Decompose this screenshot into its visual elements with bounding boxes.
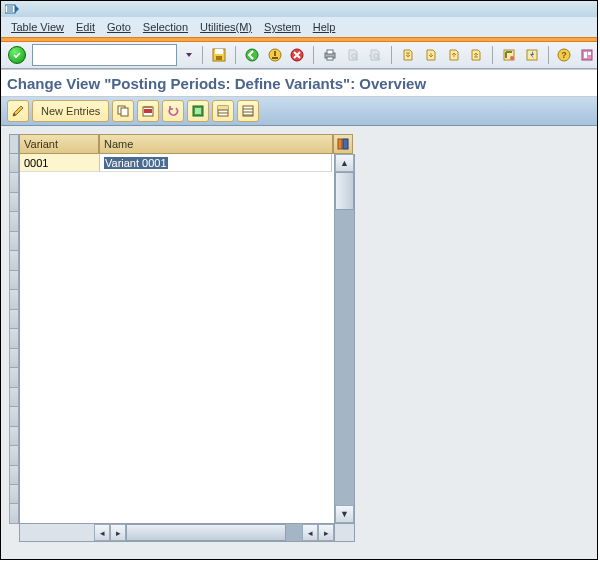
column-header-variant[interactable]: Variant: [19, 134, 99, 154]
new-entries-button[interactable]: New Entries: [32, 100, 109, 122]
sap-session-icon: [5, 3, 19, 15]
enter-button[interactable]: [7, 44, 27, 66]
table-data-area[interactable]: 0001 Variant 0001: [19, 154, 335, 524]
vertical-scrollbar[interactable]: ▲ ▼: [335, 154, 355, 524]
scroll-thumb[interactable]: [335, 172, 354, 210]
svg-rect-31: [195, 108, 201, 114]
svg-rect-41: [343, 139, 348, 149]
find-button[interactable]: [343, 44, 363, 66]
hscroll-track[interactable]: [126, 524, 302, 541]
row-selector[interactable]: [9, 154, 19, 173]
command-field[interactable]: [32, 44, 177, 66]
main-content-area: Variant Name: [1, 126, 597, 559]
svg-point-18: [510, 56, 514, 60]
help-button[interactable]: ?: [555, 44, 575, 66]
menu-help[interactable]: Help: [313, 21, 336, 33]
scroll-right-button[interactable]: ◂: [302, 524, 318, 541]
svg-rect-28: [144, 109, 152, 113]
customize-layout-button[interactable]: [577, 44, 597, 66]
row-selector[interactable]: [9, 407, 19, 426]
first-page-button[interactable]: [398, 44, 418, 66]
row-selector[interactable]: [9, 290, 19, 309]
change-button[interactable]: [7, 100, 29, 122]
row-selector[interactable]: [9, 427, 19, 446]
cell-variant[interactable]: 0001: [20, 154, 100, 172]
table-body: 0001 Variant 0001 ▲ ▼: [9, 154, 355, 524]
main-toolbar: ?: [1, 42, 597, 69]
screen-title: Change View "Posting Periods: Define Var…: [1, 69, 597, 97]
table-corner[interactable]: [9, 134, 19, 154]
row-selector[interactable]: [9, 349, 19, 368]
menu-system[interactable]: System: [264, 21, 301, 33]
menu-edit[interactable]: Edit: [76, 21, 95, 33]
last-page-button[interactable]: [466, 44, 486, 66]
row-selector[interactable]: [9, 251, 19, 270]
horizontal-scrollbar[interactable]: ◂ ▸ ◂ ▸: [9, 524, 355, 542]
back-button[interactable]: [242, 44, 262, 66]
app-toolbar: New Entries: [1, 97, 597, 126]
scroll-last-button[interactable]: ▸: [318, 524, 334, 541]
generate-shortcut-button[interactable]: [522, 44, 542, 66]
row-selector[interactable]: [9, 271, 19, 290]
row-selector[interactable]: [9, 368, 19, 387]
svg-rect-12: [327, 57, 333, 60]
svg-rect-26: [121, 108, 128, 116]
scroll-left-button[interactable]: ▸: [110, 524, 126, 541]
scroll-track[interactable]: [335, 172, 354, 505]
hscroll-thumb[interactable]: [126, 524, 286, 541]
find-next-button[interactable]: [366, 44, 386, 66]
row-selector[interactable]: [9, 485, 19, 504]
scroll-up-button[interactable]: ▲: [335, 154, 354, 172]
menu-utilities[interactable]: Utilities(M): [200, 21, 252, 33]
svg-rect-33: [218, 106, 228, 110]
prev-page-button[interactable]: [421, 44, 441, 66]
select-all-button[interactable]: [187, 100, 209, 122]
row-selector[interactable]: [9, 329, 19, 348]
menu-bar: Table View Edit Goto Selection Utilities…: [1, 17, 597, 37]
row-selector[interactable]: [9, 310, 19, 329]
table-row[interactable]: 0001 Variant 0001: [20, 154, 334, 172]
command-field-dropdown[interactable]: [182, 44, 196, 66]
row-selector-column: [9, 154, 19, 524]
cancel-button[interactable]: [287, 44, 307, 66]
variants-table: Variant Name: [9, 134, 355, 542]
svg-rect-11: [327, 50, 333, 54]
undo-change-button[interactable]: [162, 100, 184, 122]
next-page-button[interactable]: [444, 44, 464, 66]
save-button[interactable]: [209, 44, 229, 66]
copy-as-button[interactable]: [112, 100, 134, 122]
print-button[interactable]: [320, 44, 340, 66]
svg-rect-5: [215, 49, 223, 54]
scroll-corner: [335, 524, 355, 542]
delete-button[interactable]: [137, 100, 159, 122]
window-titlebar: [1, 1, 597, 17]
scroll-first-button[interactable]: ◂: [94, 524, 110, 541]
cell-name-text: Variant 0001: [104, 157, 168, 169]
exit-button[interactable]: [265, 44, 285, 66]
table-configure-button[interactable]: [333, 134, 353, 154]
row-selector[interactable]: [9, 504, 19, 523]
row-selector[interactable]: [9, 193, 19, 212]
column-header-name[interactable]: Name: [99, 134, 333, 154]
menu-table-view[interactable]: Table View: [11, 21, 64, 33]
row-selector[interactable]: [9, 388, 19, 407]
row-selector[interactable]: [9, 466, 19, 485]
svg-text:?: ?: [562, 50, 568, 60]
row-selector[interactable]: [9, 212, 19, 231]
cell-name[interactable]: Variant 0001: [100, 154, 332, 172]
svg-rect-6: [216, 56, 222, 60]
create-session-button[interactable]: [499, 44, 519, 66]
row-selector[interactable]: [9, 232, 19, 251]
deselect-all-button[interactable]: [237, 100, 259, 122]
row-selector[interactable]: [9, 446, 19, 465]
scroll-down-button[interactable]: ▼: [335, 505, 354, 523]
sap-window: Table View Edit Goto Selection Utilities…: [0, 0, 598, 560]
row-selector[interactable]: [9, 173, 19, 192]
hscroll-spacer: [9, 524, 19, 542]
select-block-button[interactable]: [212, 100, 234, 122]
menu-selection[interactable]: Selection: [143, 21, 188, 33]
svg-rect-40: [338, 139, 342, 149]
table-header-row: Variant Name: [9, 134, 355, 154]
svg-rect-23: [584, 52, 587, 58]
menu-goto[interactable]: Goto: [107, 21, 131, 33]
